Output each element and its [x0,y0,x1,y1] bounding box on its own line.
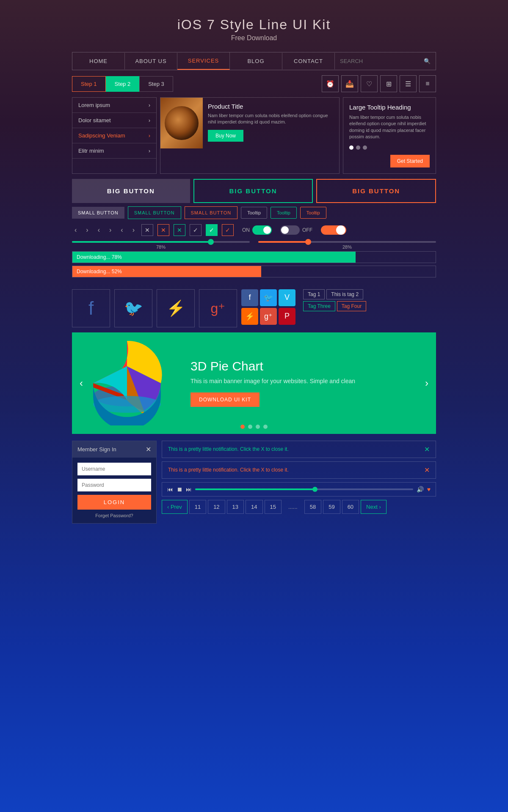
small-button-2[interactable]: SMALL BUTTON [128,206,181,219]
facebook-icon-large[interactable]: f [72,289,110,327]
page-14[interactable]: 14 [246,500,262,514]
x-box-2[interactable]: ✕ [157,224,169,236]
pinterest-icon-sm[interactable]: P [279,308,295,325]
tag-4[interactable]: Tag Four [337,301,366,311]
download-icon[interactable]: 📥 [341,75,358,92]
login-button[interactable]: LOGIN [77,495,151,510]
steps-icons-row: Step 1 Step 2 Step 3 ⏰ 📥 ♡ ⊞ ☰ ≡ [72,75,436,92]
big-button-2[interactable]: BIG BUTTON [193,179,313,203]
prev-small[interactable]: ‹ [118,225,125,235]
page-13[interactable]: 13 [227,500,244,514]
fb-icon-sm[interactable]: f [241,289,258,306]
nav-item-about[interactable]: ABOUT US [125,53,177,69]
menu-icon[interactable]: ≡ [419,75,436,92]
stop-icon[interactable]: ⏹ [177,486,182,493]
notif-close-2[interactable]: ✕ [424,466,430,474]
panel-item-2[interactable]: Dolor sitamet › [72,113,156,128]
page-60[interactable]: 60 [342,500,359,514]
slider-thumb-2[interactable] [305,239,311,245]
tooltip-pill-1[interactable]: Tooltip [241,207,267,219]
twitter-icon-large[interactable]: 🐦 [114,289,152,327]
banner-dot-3[interactable] [256,425,260,429]
page-58[interactable]: 58 [304,500,321,514]
big-button-1[interactable]: BIG BUTTON [72,179,190,203]
next-thin[interactable]: › [107,225,114,235]
banner-dot-4[interactable] [263,425,268,429]
prev-arrow[interactable]: ‹ [72,225,79,235]
vm-icon-sm[interactable]: V [279,289,295,306]
nav-item-services[interactable]: SERVICES [177,52,230,70]
grid-icon[interactable]: ⊞ [380,75,397,92]
next-arrow[interactable]: › [83,225,91,235]
username-input[interactable] [77,463,151,475]
toggle-on[interactable] [252,225,272,235]
banner-dot-1[interactable] [240,425,245,429]
heart-icon-audio[interactable]: ♥ [427,486,431,493]
list-icon[interactable]: ☰ [400,75,417,92]
prev-thin[interactable]: ‹ [95,225,102,235]
check-box-1[interactable]: ✓ [190,224,202,236]
check-box-3[interactable]: ✓ [222,224,234,236]
tag-1[interactable]: Tag 1 [303,289,325,299]
login-close-button[interactable]: ✕ [146,445,151,453]
rss-icon-large[interactable]: ⚡ [157,289,195,327]
slider-thumb-1[interactable] [208,239,214,245]
step-1[interactable]: Step 1 [72,76,106,92]
panel-item-1[interactable]: Lorem ipsum › [72,98,156,113]
volume-icon[interactable]: 🔊 [417,486,424,493]
prev-page-button[interactable]: ‹ Prev [162,500,188,514]
toggle-slider[interactable] [321,225,346,235]
notif-close-1[interactable]: ✕ [424,445,430,453]
nav-item-contact[interactable]: CONTACT [282,53,335,69]
slider-track-2[interactable] [258,241,436,243]
fast-forward-icon[interactable]: ⏭ [186,486,192,493]
audio-thumb[interactable] [312,487,318,492]
nav-item-blog[interactable]: BLOG [230,53,282,69]
page-11[interactable]: 11 [189,500,206,514]
buy-now-button[interactable]: Buy Now [208,130,243,142]
nav-search[interactable]: 🔍 [335,55,436,68]
tag-2[interactable]: This is tag 2 [326,289,363,299]
heart-icon[interactable]: ♡ [361,75,378,92]
check-box-2[interactable]: ✓ [206,224,218,236]
page-59[interactable]: 59 [323,500,340,514]
slider-track-1[interactable] [72,241,250,243]
tags-row-1: Tag 1 This is tag 2 [303,289,366,299]
toggle-off[interactable] [280,225,300,235]
panel-item-4[interactable]: Elitr minim › [72,143,156,159]
nav-item-home[interactable]: HOME [72,53,125,69]
gplus-icon-sm[interactable]: g⁺ [260,308,277,325]
gplus-icon-large[interactable]: g⁺ [199,289,237,327]
tag-3[interactable]: Tag Three [303,301,335,311]
rewind-icon[interactable]: ⏮ [167,486,173,493]
audio-track[interactable] [195,488,413,490]
forgot-password-link[interactable]: Forget Password? [77,513,151,518]
next-page-button[interactable]: Next › [361,500,387,514]
small-button-1[interactable]: SMALL BUTTON [72,207,124,219]
banner-next-arrow[interactable]: › [421,373,433,393]
get-started-button[interactable]: Get Started [390,155,430,167]
tooltip-pill-2[interactable]: Tooltip [271,207,297,219]
download-button[interactable]: DOWNLOAD UI KIT [190,392,260,407]
step-3[interactable]: Step 3 [139,76,173,92]
password-input[interactable] [77,479,151,491]
next-small[interactable]: › [130,225,137,235]
page-12[interactable]: 12 [208,500,225,514]
panel-item-3[interactable]: Sadipscing Veniam › [72,128,156,143]
tooltip-pill-3[interactable]: Tooltip [300,207,326,219]
big-button-3[interactable]: BIG BUTTON [316,179,436,203]
step-2[interactable]: Step 2 [106,76,140,92]
slider-fill-1 [72,241,211,243]
small-button-3[interactable]: SMALL BUTTON [185,206,238,219]
x-box-3[interactable]: ✕ [174,224,185,236]
search-input[interactable] [340,58,424,64]
x-box-1[interactable]: ✕ [141,224,153,236]
rss-icon-sm[interactable]: ⚡ [241,308,258,325]
panel-item-label-1: Lorem ipsum [78,102,110,108]
clock-icon[interactable]: ⏰ [322,75,339,92]
progress-section: Downloading... 78% Downloading... 52% [72,251,436,277]
tw-icon-sm[interactable]: 🐦 [260,289,277,306]
page-15[interactable]: 15 [265,500,282,514]
banner-dot-2[interactable] [248,425,252,429]
banner-prev-arrow[interactable]: ‹ [75,373,87,393]
